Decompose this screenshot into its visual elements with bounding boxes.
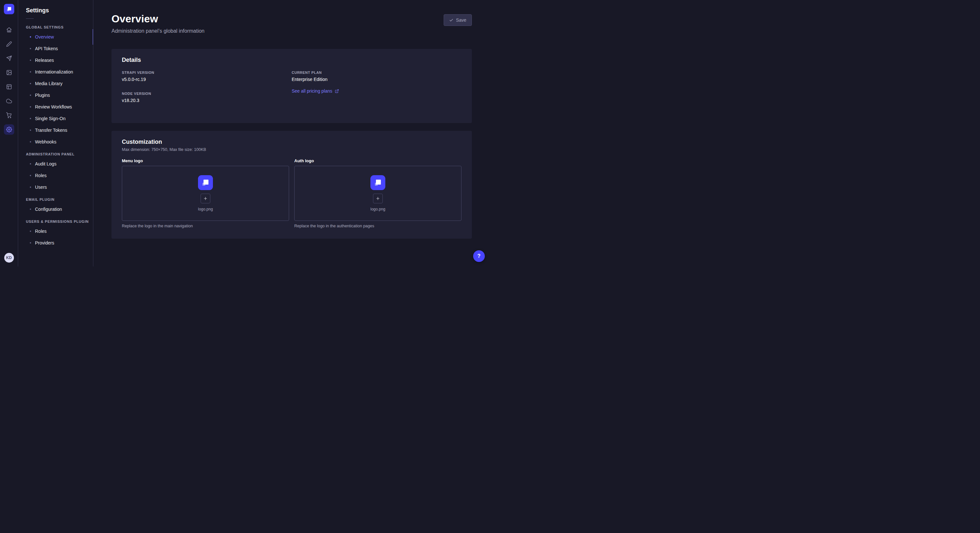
- sidebar-item-label: Audit Logs: [35, 161, 56, 167]
- current-plan-field: Current plan Enterprise Edition: [292, 71, 461, 82]
- settings-sidebar: Settings Global Settings Overview API To…: [18, 0, 93, 266]
- cloud-icon[interactable]: [4, 96, 14, 106]
- sidebar-item-label: Media Library: [35, 81, 62, 86]
- bullet-icon: [30, 71, 31, 73]
- main-nav-rail: KD: [0, 0, 18, 266]
- sidebar-item-label: API Tokens: [35, 46, 58, 51]
- sidebar-item-label: Roles: [35, 228, 47, 234]
- sidebar-item-releases[interactable]: Releases: [18, 54, 93, 66]
- sidebar-item-api-tokens[interactable]: API Tokens: [18, 43, 93, 54]
- sidebar-item-label: Webhooks: [35, 139, 56, 144]
- sidebar-item-audit-logs[interactable]: Audit Logs: [18, 158, 93, 170]
- section-heading-global-settings: Global Settings: [18, 21, 93, 31]
- sidebar-item-label: Releases: [35, 58, 54, 63]
- details-grid: Strapi Version v5.0.0-rc.19 Node Version…: [122, 71, 461, 113]
- cart-icon[interactable]: [4, 110, 14, 121]
- auth-logo-dropzone[interactable]: logo.png: [294, 166, 461, 221]
- bullet-icon: [30, 36, 31, 38]
- current-plan-label: Current plan: [292, 71, 461, 75]
- bullet-icon: [30, 130, 31, 131]
- external-link-icon: [335, 89, 339, 93]
- save-button[interactable]: Save: [444, 14, 472, 26]
- home-icon[interactable]: [4, 25, 14, 35]
- strapi-logo[interactable]: [4, 4, 14, 14]
- sidebar-item-label: Internationalization: [35, 69, 73, 75]
- save-button-label: Save: [456, 17, 466, 23]
- bullet-icon: [30, 163, 31, 165]
- sidebar-item-transfer-tokens[interactable]: Transfer Tokens: [18, 124, 93, 136]
- sidebar-item-label: Configuration: [35, 206, 62, 212]
- sidebar-item-up-providers[interactable]: Providers: [18, 237, 93, 249]
- bullet-icon: [30, 209, 31, 210]
- pricing-plans-link[interactable]: See all pricing plans: [292, 89, 461, 94]
- section-heading-users-permissions-plugin: Users & Permissions plugin: [18, 215, 93, 225]
- auth-logo-add-button[interactable]: [373, 194, 383, 203]
- auth-logo-upload: Auth logo logo.png Replac: [294, 159, 461, 228]
- customization-subtitle: Max dimension: 750×750, Max file size: 1…: [122, 148, 461, 152]
- sidebar-item-single-sign-on[interactable]: Single Sign-On: [18, 113, 93, 124]
- avatar[interactable]: KD: [4, 253, 14, 263]
- check-icon: [449, 18, 453, 22]
- bullet-icon: [30, 60, 31, 61]
- details-right-column: Current plan Enterprise Edition See all …: [292, 71, 461, 113]
- pricing-plans-link-label: See all pricing plans: [292, 89, 332, 94]
- auth-logo-preview: [371, 175, 385, 190]
- strapi-version-value: v5.0.0-rc.19: [122, 77, 292, 82]
- sidebar-item-label: Review Workflows: [35, 104, 72, 109]
- sidebar-item-email-configuration[interactable]: Configuration: [18, 203, 93, 215]
- node-version-field: Node Version v18.20.3: [122, 92, 292, 103]
- auth-logo-hint: Replace the logo in the authentication p…: [294, 224, 461, 228]
- media-library-icon[interactable]: [4, 67, 14, 78]
- sidebar-item-label: Transfer Tokens: [35, 128, 67, 133]
- bullet-icon: [30, 48, 31, 49]
- sidebar-item-label: Roles: [35, 173, 47, 178]
- section-heading-email-plugin: Email Plugin: [18, 193, 93, 203]
- sidebar-item-label: Plugins: [35, 93, 50, 98]
- page-header: Overview Administration panel’s global i…: [111, 13, 472, 34]
- bullet-icon: [30, 175, 31, 176]
- auth-logo-filename: logo.png: [371, 207, 385, 211]
- bullet-icon: [30, 242, 31, 244]
- sidebar-item-admin-roles[interactable]: Roles: [18, 170, 93, 181]
- strapi-version-field: Strapi Version v5.0.0-rc.19: [122, 71, 292, 82]
- main-content: Overview Administration panel’s global i…: [93, 0, 490, 266]
- paper-plane-icon[interactable]: [4, 53, 14, 63]
- bullet-icon: [30, 83, 31, 84]
- section-heading-administration-panel: Administration panel: [18, 148, 93, 158]
- details-title: Details: [122, 57, 461, 63]
- sidebar-item-admin-users[interactable]: Users: [18, 181, 93, 193]
- sidebar-item-label: Overview: [35, 34, 54, 40]
- sidebar-title: Settings: [18, 7, 93, 14]
- page-title: Overview: [111, 13, 205, 25]
- page-header-text: Overview Administration panel’s global i…: [111, 13, 205, 34]
- strapi-mark-icon: [374, 178, 382, 187]
- strapi-mark-icon: [6, 6, 12, 12]
- menu-logo-filename: logo.png: [198, 207, 213, 211]
- sidebar-item-internationalization[interactable]: Internationalization: [18, 66, 93, 78]
- strapi-mark-icon: [201, 178, 210, 187]
- sidebar-item-webhooks[interactable]: Webhooks: [18, 136, 93, 148]
- help-button[interactable]: ?: [473, 250, 485, 262]
- rail-nav-icons: [4, 25, 14, 135]
- app-root: KD Settings Global Settings Overview API…: [0, 0, 490, 266]
- pen-icon[interactable]: [4, 39, 14, 49]
- strapi-version-label: Strapi Version: [122, 71, 292, 75]
- logo-uploads: Menu logo logo.png Replac: [122, 159, 461, 228]
- sidebar-item-up-roles[interactable]: Roles: [18, 225, 93, 237]
- plus-icon: [203, 196, 208, 201]
- sidebar-item-plugins[interactable]: Plugins: [18, 89, 93, 101]
- details-card: Details Strapi Version v5.0.0-rc.19 Node…: [111, 49, 472, 123]
- current-plan-value: Enterprise Edition: [292, 77, 461, 82]
- sidebar-item-overview[interactable]: Overview: [18, 31, 93, 43]
- menu-logo-add-button[interactable]: [200, 194, 210, 203]
- sidebar-item-label: Users: [35, 185, 47, 190]
- menu-logo-dropzone[interactable]: logo.png: [122, 166, 289, 221]
- bullet-icon: [30, 187, 31, 188]
- bullet-icon: [30, 230, 31, 232]
- layout-icon[interactable]: [4, 82, 14, 92]
- gear-icon[interactable]: [4, 124, 14, 135]
- sidebar-item-media-library[interactable]: Media Library: [18, 78, 93, 89]
- sidebar-item-label: Single Sign-On: [35, 116, 65, 121]
- node-version-value: v18.20.3: [122, 98, 292, 103]
- sidebar-item-review-workflows[interactable]: Review Workflows: [18, 101, 93, 113]
